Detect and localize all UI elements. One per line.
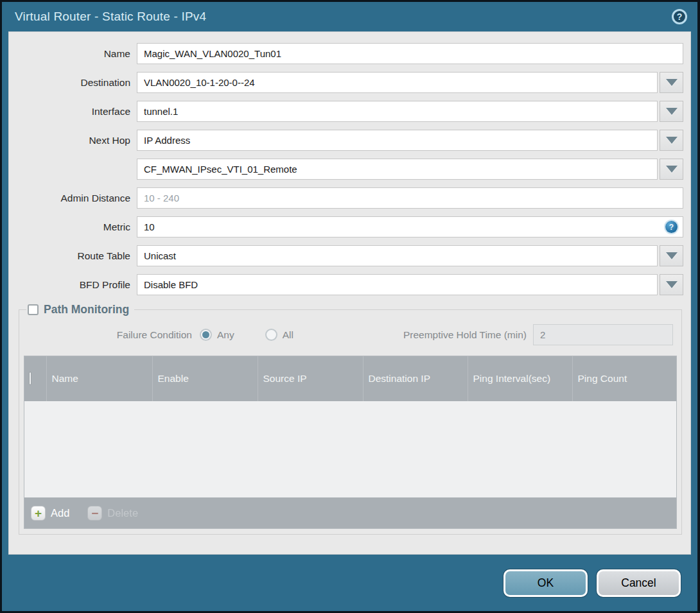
failure-condition-option-all[interactable]: All	[265, 329, 293, 341]
select-all-checkbox[interactable]	[30, 372, 31, 384]
radio-all-icon[interactable]	[265, 329, 277, 341]
path-monitoring-title: Path Monitoring	[44, 303, 129, 316]
add-button[interactable]: + Add	[31, 506, 69, 521]
route-table-row: Route Table	[8, 245, 683, 266]
chevron-down-icon	[666, 166, 678, 173]
metric-row: Metric ?	[8, 216, 683, 237]
route-table-label: Route Table	[8, 250, 137, 262]
bfd-profile-dropdown-button[interactable]	[660, 274, 683, 295]
plus-icon: +	[31, 506, 46, 521]
radio-all-label: All	[283, 329, 293, 341]
dialog-footer: OK Cancel	[2, 555, 697, 611]
chevron-down-icon	[666, 79, 678, 86]
column-header-ping-interval[interactable]: Ping Interval(sec)	[468, 356, 572, 401]
column-header-enable[interactable]: Enable	[152, 356, 258, 401]
name-row: Name	[8, 43, 683, 64]
metric-hint-icon[interactable]: ?	[665, 221, 678, 233]
minus-icon: −	[87, 506, 102, 521]
path-monitoring-legend: Path Monitoring	[26, 303, 134, 316]
interface-label: Interface	[8, 106, 137, 117]
metric-input[interactable]	[137, 216, 683, 237]
dialog-titlebar: Virtual Router - Static Route - IPv4 ?	[2, 2, 697, 31]
radio-any-label: Any	[217, 329, 234, 341]
interface-row: Interface	[8, 101, 683, 122]
interface-dropdown-button[interactable]	[660, 101, 683, 122]
admin-distance-input[interactable]	[137, 187, 683, 209]
destination-row: Destination	[8, 72, 683, 93]
bfd-profile-input[interactable]	[137, 274, 658, 295]
dialog-title: Virtual Router - Static Route - IPv4	[15, 10, 206, 24]
path-monitoring-table: Name Enable Source IP Destination IP Pin…	[24, 356, 677, 529]
chevron-down-icon	[666, 281, 678, 288]
next-hop-label: Next Hop	[8, 135, 137, 146]
destination-label: Destination	[8, 77, 137, 89]
admin-distance-label: Admin Distance	[8, 193, 137, 204]
chevron-down-icon	[666, 108, 678, 115]
next-hop-type-input[interactable]	[137, 130, 658, 151]
preemptive-hold-time-label: Preemptive Hold Time (min)	[403, 329, 533, 341]
path-monitoring-section: Path Monitoring Failure Condition Any Al…	[19, 303, 682, 535]
route-table-input[interactable]	[137, 245, 658, 266]
chevron-down-icon	[666, 252, 678, 259]
table-empty-body	[24, 401, 676, 497]
path-monitoring-checkbox[interactable]	[28, 304, 39, 315]
next-hop-type-dropdown-button[interactable]	[660, 130, 683, 151]
preemptive-hold-time-input[interactable]	[533, 324, 673, 345]
table-footer-bar: + Add − Delete	[24, 497, 676, 528]
name-input[interactable]	[137, 43, 683, 64]
cancel-button[interactable]: Cancel	[597, 569, 681, 597]
column-header-ping-count[interactable]: Ping Count	[572, 356, 676, 401]
column-header-source-ip[interactable]: Source IP	[258, 356, 363, 401]
select-all-header-cell	[24, 356, 46, 401]
chevron-down-icon	[666, 137, 678, 144]
help-icon[interactable]: ?	[672, 9, 687, 24]
destination-input[interactable]	[137, 72, 658, 93]
static-route-dialog: Virtual Router - Static Route - IPv4 ? N…	[2, 2, 697, 611]
radio-any-icon[interactable]	[200, 329, 212, 341]
admin-distance-row: Admin Distance	[8, 187, 683, 209]
failure-condition-row: Failure Condition Any All Preemptive Hol…	[24, 319, 677, 356]
interface-input[interactable]	[137, 101, 658, 122]
next-hop-address-row	[8, 159, 683, 180]
destination-dropdown-button[interactable]	[660, 72, 683, 93]
ok-button[interactable]: OK	[503, 569, 588, 597]
route-table-dropdown-button[interactable]	[660, 245, 683, 266]
dialog-body: Name Destination Interface	[8, 31, 691, 555]
add-button-label: Add	[51, 507, 69, 519]
metric-label: Metric	[8, 221, 137, 233]
next-hop-address-dropdown-button[interactable]	[660, 159, 683, 180]
bfd-profile-row: BFD Profile	[8, 274, 683, 295]
failure-condition-option-any[interactable]: Any	[200, 329, 234, 341]
column-header-name[interactable]: Name	[46, 356, 152, 401]
delete-button-label: Delete	[107, 507, 138, 519]
next-hop-row: Next Hop	[8, 130, 683, 151]
bfd-profile-label: BFD Profile	[8, 279, 137, 291]
failure-condition-label: Failure Condition	[24, 329, 192, 341]
column-header-destination-ip[interactable]: Destination IP	[363, 356, 468, 401]
next-hop-address-input[interactable]	[137, 159, 658, 180]
delete-button[interactable]: − Delete	[87, 506, 138, 521]
name-label: Name	[8, 48, 137, 60]
